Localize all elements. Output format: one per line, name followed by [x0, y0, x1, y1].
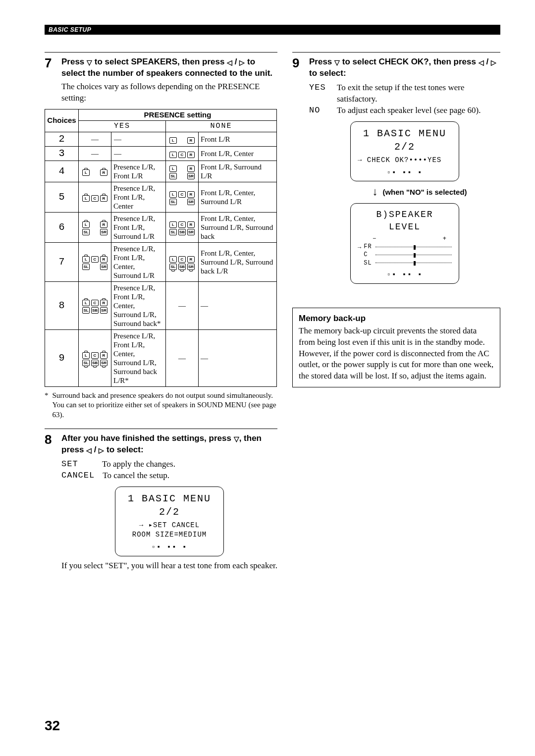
lcd-title: 1 BASIC MENU 2/2: [122, 492, 216, 519]
slider-label: C: [364, 251, 374, 259]
text: to select:: [309, 68, 346, 78]
page-number: 32: [45, 718, 60, 734]
speaker-diagram: LRSLSR: [166, 161, 199, 182]
arrow-right-icon: →: [358, 243, 362, 252]
memory-backup-body: The memory back-up circuit prevents the …: [299, 325, 494, 382]
text: CANCEL: [167, 521, 200, 529]
minus-icon: −: [373, 235, 376, 243]
lcd-title: 1 BASIC MENU 2/2: [358, 127, 452, 154]
text: /: [484, 57, 491, 66]
th-presence: PRESENCE setting: [79, 109, 277, 120]
speaker-diagram: LCRSLSR: [166, 182, 199, 212]
th-choices: Choices: [45, 109, 79, 132]
option-set: SET To apply the changes.: [61, 459, 277, 470]
text: →: [139, 521, 149, 529]
row-num: 2: [45, 132, 79, 146]
text: /: [92, 445, 99, 454]
step-9-instruction: Press ▽ to select CHECK OK?, then press …: [309, 56, 500, 79]
right-icon: ▷: [99, 446, 104, 455]
cell: —: [79, 132, 111, 146]
cell: Front L/R, Center, Surround L/R: [199, 182, 277, 212]
down-icon: ▽: [87, 58, 92, 67]
cell: —: [166, 281, 199, 329]
option-key: YES: [309, 82, 329, 94]
table-row: 9 LCRSLSBSR Presence L/R, Front L/R, Cen…: [45, 329, 277, 386]
text: to select CHECK OK?, then press: [340, 57, 479, 66]
cell: Presence L/R, Front L/R, Center, Surroun…: [111, 242, 166, 281]
row-num: 9: [45, 329, 79, 386]
cell: —: [199, 281, 277, 329]
option-value: To exit the setup if the test tones were…: [337, 82, 500, 105]
slider-c: C: [364, 251, 452, 259]
speaker-diagram: LR: [166, 132, 199, 146]
table-row: 5 LCR Presence L/R, Front L/R, Center LC…: [45, 182, 277, 212]
cell: —: [199, 329, 277, 386]
cell: Front L/R, Center, Surround L/R, Surroun…: [199, 212, 277, 242]
speaker-diagram: LCRSLSBSR: [79, 329, 111, 386]
row-num: 3: [45, 146, 79, 161]
row-num: 6: [45, 212, 79, 242]
row-num: 5: [45, 182, 79, 212]
memory-backup-title: Memory back-up: [299, 313, 494, 324]
speaker-diagram: LRSLSR: [79, 212, 111, 242]
section-header: BASIC SETUP: [45, 25, 500, 35]
lcd-title: B)SPEAKER LEVEL: [358, 209, 452, 233]
step-7-text: The choices vary as follows depending on…: [61, 81, 277, 104]
left-icon: ◁: [227, 58, 232, 67]
down-icon: ▽: [234, 434, 239, 444]
text: After you have finished the settings, pr…: [61, 433, 234, 443]
cell: Front L/R, Center, Surround L/R, Surroun…: [199, 242, 277, 281]
speaker-diagram: LCR: [79, 182, 111, 212]
row-num: 4: [45, 161, 79, 182]
presence-table: Choices PRESENCE setting YES NONE 2 — — …: [45, 109, 277, 387]
option-value: To adjust each speaker level (see page 6…: [337, 105, 481, 116]
no-selected-label: (when "NO" is selected): [382, 188, 467, 196]
text: Press: [61, 57, 87, 66]
cell: —: [166, 329, 199, 386]
speaker-diagram: LCR: [166, 146, 199, 161]
option-yes: YES To exit the setup if the test tones …: [309, 82, 500, 105]
step-8: 8 After you have finished the settings, …: [45, 429, 277, 571]
left-icon: ◁: [479, 58, 484, 67]
table-row: 2 — — LR Front L/R: [45, 132, 277, 146]
right-icon: ▷: [239, 58, 245, 67]
left-column: 7 Press ▽ to select SPEAKERS, then press…: [45, 52, 277, 577]
memory-backup-box: Memory back-up The memory back-up circui…: [292, 308, 500, 388]
table-row: 3 — — LCR Front L/R, Center: [45, 146, 277, 161]
lcd-screen-speaker-level: B)SPEAKER LEVEL − + → FR: [350, 203, 459, 283]
lcd-line: → CHECK OK?••••YES: [358, 156, 452, 165]
speaker-diagram: LCRSLSBSR: [79, 281, 111, 329]
lcd-screen-basic-menu-set: 1 BASIC MENU 2/2 → ▸SET CANCEL ROOM SIZE…: [115, 486, 224, 556]
slider-label: FR: [364, 243, 374, 251]
table-row: 8 LCRSLSBSR Presence L/R, Front L/R, Cen…: [45, 281, 277, 329]
cell: Presence L/R, Front L/R, Surround L/R: [111, 212, 166, 242]
table-footnote: * Surround back and presence speakers do…: [45, 391, 277, 420]
footnote-text: Surround back and presence speakers do n…: [53, 391, 278, 420]
speaker-diagram: LCRSLSBSR: [166, 212, 199, 242]
row-num: 8: [45, 281, 79, 329]
text: /: [232, 57, 239, 66]
step-7-instruction: Press ▽ to select SPEAKERS, then press ◁…: [61, 56, 277, 79]
th-none: NONE: [166, 120, 277, 132]
right-icon: ▷: [491, 58, 496, 67]
step-7-number: 7: [45, 56, 54, 104]
option-cancel: CANCEL To cancel the setup.: [61, 470, 277, 482]
cell: Presence L/R, Front L/R, Center: [111, 182, 166, 212]
cell: —: [111, 146, 166, 161]
lcd-speaker-icons: ▫▪ ▪▪ ▪: [358, 168, 452, 177]
cell: Front L/R, Center: [199, 146, 277, 161]
down-icon: ▽: [334, 58, 340, 67]
text: SET: [153, 521, 167, 529]
cell: Front L/R, Surround L/R: [199, 161, 277, 182]
option-key: NO: [309, 105, 329, 116]
step-8-post-text: If you select "SET", you will hear a tes…: [61, 560, 277, 572]
play-icon: ▸: [149, 521, 153, 529]
cell: Front L/R: [199, 132, 277, 146]
step-9-number: 9: [292, 56, 302, 288]
option-value: To cancel the setup.: [103, 470, 169, 482]
cell: Presence L/R, Front L/R: [111, 161, 166, 182]
lcd-speaker-icons: ▫▪ ▪▪ ▪: [122, 542, 216, 552]
lcd-screen-check-ok: 1 BASIC MENU 2/2 → CHECK OK?••••YES ▫▪ ▪…: [350, 121, 459, 182]
footnote-asterisk: *: [45, 391, 49, 420]
step-8-instruction: After you have finished the settings, pr…: [61, 433, 277, 456]
